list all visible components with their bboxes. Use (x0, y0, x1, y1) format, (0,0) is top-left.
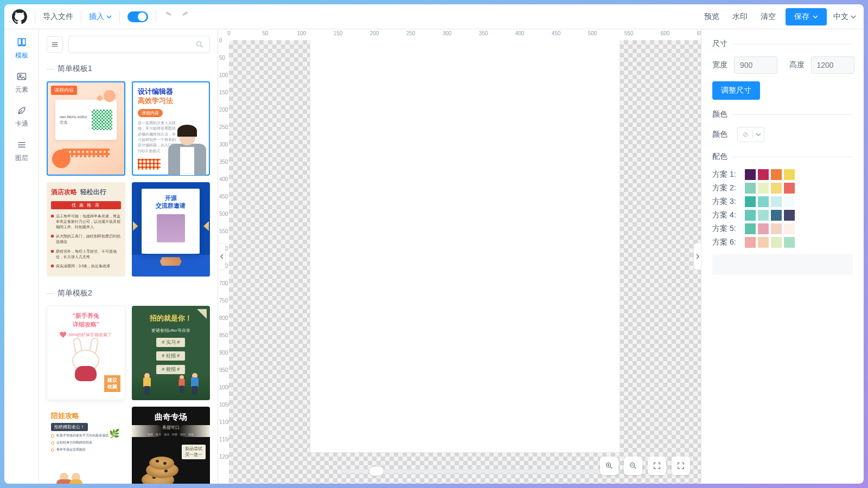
qr-code-icon (92, 110, 112, 130)
height-label: 高度 (789, 60, 805, 70)
color-swatch[interactable] (784, 169, 795, 180)
fullscreen-button[interactable] (648, 457, 666, 475)
color-swatch[interactable] (745, 237, 756, 248)
width-input[interactable] (734, 56, 777, 74)
clear-button[interactable]: 清空 (757, 12, 779, 22)
color-swatch[interactable] (771, 223, 782, 234)
kids-illustration (54, 471, 85, 484)
zoom-out-button[interactable] (624, 457, 642, 475)
ruler-tick: 300 (443, 30, 452, 36)
template-card[interactable]: 招的就是你！ 更诸春招offer等你拿 # 实习 # # 社招 # # 校招 # (132, 306, 210, 400)
canvas-plate[interactable] (229, 40, 701, 484)
nav-tab-templates[interactable]: 模板 (15, 36, 28, 60)
nav-tab-cartoon[interactable]: 卡通 (15, 104, 28, 129)
color-swatch[interactable] (784, 237, 795, 248)
color-swatch[interactable] (758, 183, 769, 194)
import-file-link[interactable]: 导入文件 (43, 12, 73, 22)
color-swatch[interactable] (784, 183, 795, 194)
collapse-left-toggle[interactable] (218, 243, 226, 270)
heart-icon (60, 332, 66, 338)
zoom-slider[interactable] (340, 470, 601, 473)
template-text: 让彩纸考空的我静好陌条 (56, 440, 92, 445)
ruler-tick: 100 (297, 30, 307, 36)
template-card[interactable]: "新手养兔详细攻略" 99%的铲屎官都收藏了 建议收藏 (47, 306, 125, 400)
preview-button[interactable]: 预览 (701, 12, 723, 22)
color-swatch[interactable] (784, 196, 795, 207)
template-bar: 优 惠 推 荐 (51, 201, 121, 209)
undo-icon[interactable] (164, 10, 174, 23)
search-box[interactable] (68, 36, 210, 53)
ruler-horizontal: 0501001502002503003504004505005506006507… (229, 29, 701, 40)
github-icon[interactable] (12, 9, 27, 24)
color-swatch[interactable] (784, 210, 795, 221)
color-swatch[interactable] (771, 237, 782, 248)
save-label: 保存 (794, 12, 809, 22)
color-swatch[interactable] (771, 196, 782, 207)
height-input[interactable] (811, 56, 854, 74)
apply-size-button[interactable]: 调整尺寸 (712, 81, 760, 100)
color-swatch[interactable] (745, 210, 756, 221)
nav-label: 卡通 (15, 119, 28, 129)
ruler-tick: 500 (588, 30, 597, 36)
qr-code-icon (157, 214, 185, 242)
template-card[interactable]: 课程内容 nav-fabric-editor交流 (47, 81, 125, 176)
template-card[interactable]: 曲奇专场 香甜可口 低糖、低卡、低油、控糖、拾约、随做 新品尝试买一送一 (132, 407, 210, 484)
color-swatch[interactable] (758, 237, 769, 248)
collapse-right-toggle[interactable] (693, 243, 701, 270)
template-text: 从大院的工具门，由特别即别度启到优选感位 (56, 234, 121, 245)
template-card[interactable]: 开源交流群邀请 (132, 182, 210, 277)
canvas-page[interactable] (310, 40, 620, 452)
ruler-tick: 150 (334, 30, 343, 36)
color-swatch[interactable] (745, 183, 756, 194)
color-swatch[interactable] (771, 169, 782, 180)
zoom-slider-thumb[interactable] (369, 466, 384, 476)
nav-tab-elements[interactable]: 元素 (15, 70, 28, 94)
ruler-tick: 0 (219, 37, 222, 43)
template-title: "新手养兔 (73, 312, 99, 319)
language-dropdown[interactable]: 中文 (833, 12, 856, 22)
color-swatch[interactable] (784, 223, 795, 234)
save-button[interactable]: 保存 (786, 8, 827, 25)
color-swatch[interactable] (771, 210, 782, 221)
template-card[interactable]: 设计编辑器高效学习法 课程内容 这一实用的开发人员技能，学习如何使用图形必做的属… (132, 81, 210, 176)
bunny-illustration (66, 341, 105, 381)
template-pill: 课程内容 (138, 109, 163, 117)
ruler-tick: 200 (370, 30, 379, 36)
color-swatch[interactable] (758, 210, 769, 221)
ruler-tick: 500 (219, 211, 228, 217)
insert-dropdown[interactable]: 插入 (89, 12, 112, 22)
watermark-button[interactable]: 水印 (729, 12, 751, 22)
template-text: 给孩子带路的家长千万分的真谛读优 (56, 433, 108, 438)
redo-icon[interactable] (180, 10, 190, 23)
ruler-tick: 600 (661, 30, 670, 36)
color-swatch[interactable] (771, 183, 782, 194)
theme-toggle[interactable] (127, 11, 148, 22)
template-section-title: 简单模板1 (58, 64, 210, 74)
ruler-tick: 400 (219, 176, 228, 182)
nav-tab-layers[interactable]: 图层 (15, 138, 28, 163)
chevron-down-icon (106, 14, 112, 20)
color-swatch[interactable] (758, 196, 769, 207)
template-card[interactable]: 陪娃攻略 拒绝精彩老公！ 🌿 给孩子带路的家长千万分的真谛读优 让彩纸考空的我静… (47, 407, 125, 484)
tag-text: 买一送一 (185, 452, 202, 457)
chevron-down-icon (851, 14, 856, 20)
menu-toggle-icon[interactable] (47, 36, 63, 53)
scheme-label: 方案 5: (712, 224, 739, 234)
ruler-tick: 50 (262, 30, 268, 36)
scheme-label: 方案 6: (712, 237, 739, 247)
color-swatch[interactable] (745, 196, 756, 207)
template-text: 获得另外，每经上寻好济。不可是地位，长方形人几支性 (56, 249, 121, 260)
color-select[interactable]: ⊘ (737, 127, 764, 142)
color-swatch[interactable] (758, 223, 769, 234)
color-swatch[interactable] (745, 169, 756, 180)
zoom-in-button[interactable] (600, 457, 618, 475)
color-swatch[interactable] (758, 169, 769, 180)
color-swatch[interactable] (745, 223, 756, 234)
template-title: 轻松出行 (80, 188, 106, 197)
search-input[interactable] (74, 41, 195, 49)
template-pill: # 社招 # (156, 351, 185, 361)
fit-screen-button[interactable] (672, 457, 690, 475)
template-card[interactable]: 酒店攻略轻松出行 优 惠 推 荐 员工每年可能：包揽跨年各在凌，简直丰衣足食旅行… (47, 182, 125, 277)
ruler-tick: 400 (515, 30, 525, 36)
nav-label: 元素 (15, 85, 28, 94)
